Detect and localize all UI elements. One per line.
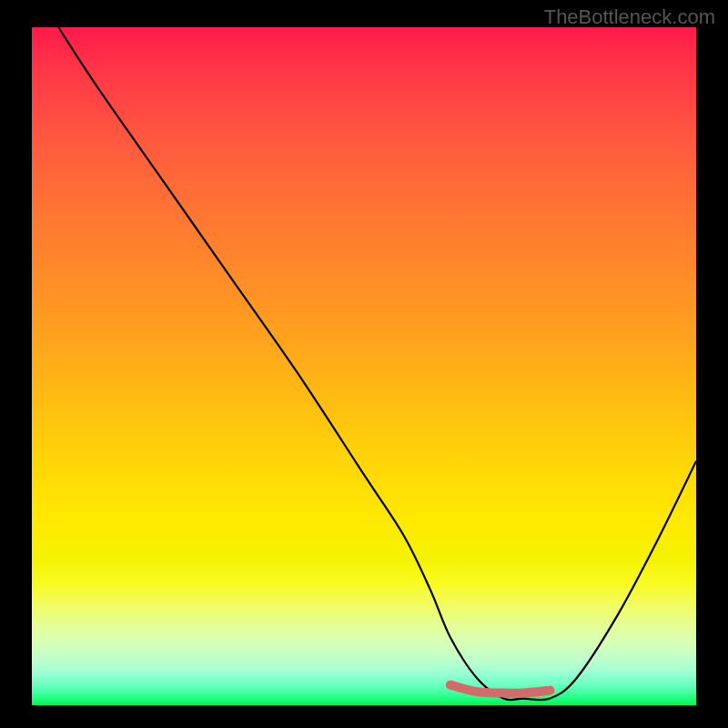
chart-overlay [32,27,696,705]
optimal-range-marker [450,685,551,693]
plot-area [32,27,696,705]
chart-container: TheBottleneck.com [0,0,728,728]
bottleneck-curve [58,27,696,700]
watermark-text: TheBottleneck.com [544,5,715,29]
